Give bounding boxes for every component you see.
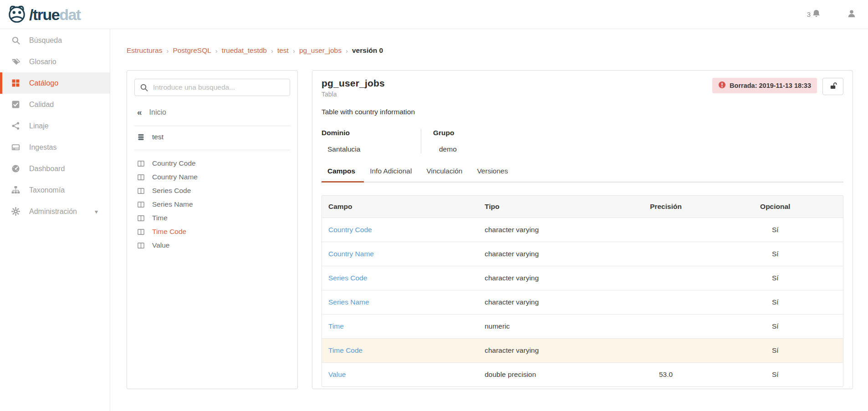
- gear-icon: [11, 207, 20, 216]
- field-type: character varying: [478, 338, 624, 362]
- parent-label: test: [152, 133, 163, 141]
- tab-versiones[interactable]: Versiones: [471, 167, 516, 183]
- confidentiality-toggle-button[interactable]: [822, 78, 843, 95]
- field-list: Country Code Country Name Series Code Se…: [134, 157, 290, 252]
- chevron-down-icon: ▾: [95, 208, 98, 215]
- breadcrumb-separator: ›: [271, 47, 273, 55]
- field-optional: Sí: [708, 338, 843, 362]
- field-item-country-code[interactable]: Country Code: [134, 157, 290, 170]
- sidebar-item-busqueda[interactable]: Búsqueda: [0, 30, 110, 51]
- meta-label: Grupo: [433, 129, 457, 137]
- field-label: Time: [152, 214, 168, 222]
- fields-table: Campo Tipo Precisión Opcional Country Co…: [322, 195, 843, 387]
- column-icon: [137, 160, 145, 167]
- field-item-time-code[interactable]: Time Code: [134, 225, 290, 238]
- field-item-series-name[interactable]: Series Name: [134, 198, 290, 211]
- column-icon: [137, 173, 145, 181]
- explorer-back-inicio[interactable]: « Inicio: [134, 108, 290, 117]
- status-badge-deleted: Borrada: 2019-11-13 18:33: [712, 78, 817, 93]
- side-nav: Búsqueda Glosario Catálogo Calidad Linaj: [0, 29, 110, 411]
- field-item-country-name[interactable]: Country Name: [134, 170, 290, 184]
- owl-logo-icon: [7, 3, 26, 26]
- column-icon: [137, 228, 145, 236]
- sidebar-item-label: Administración: [29, 208, 77, 216]
- exclamation-circle-icon: [718, 81, 726, 90]
- truedat-logo[interactable]: /truedat: [7, 3, 81, 26]
- field-item-value[interactable]: Value: [134, 238, 290, 252]
- field-link-value[interactable]: Value: [328, 370, 346, 378]
- table-row: Series Name character varying Sí: [322, 290, 843, 314]
- field-type: character varying: [478, 290, 624, 314]
- field-link-time[interactable]: Time: [328, 322, 344, 330]
- breadcrumb-link-truedat-testdb[interactable]: truedat_testdb: [222, 46, 267, 55]
- tab-vinculacion[interactable]: Vinculación: [420, 167, 471, 183]
- tags-icon: [11, 57, 20, 66]
- check-square-icon: [11, 100, 20, 109]
- breadcrumb-link-test[interactable]: test: [277, 46, 289, 55]
- search-icon: [140, 83, 148, 93]
- breadcrumb-separator: ›: [166, 47, 168, 55]
- field-link-time-code[interactable]: Time Code: [328, 346, 363, 354]
- structure-type-label: Tabla: [322, 91, 385, 98]
- field-item-time[interactable]: Time: [134, 211, 290, 225]
- sidebar-item-label: Taxonomía: [29, 186, 65, 194]
- divider: [134, 150, 290, 150]
- page-title: pg_user_jobs: [322, 78, 385, 89]
- breadcrumb: Estructuras › PostgreSQL › truedat_testd…: [127, 46, 383, 55]
- field-link-country-code[interactable]: Country Code: [328, 226, 372, 233]
- table-row: Value double precision 53.0 Sí: [322, 362, 843, 386]
- tab-campos[interactable]: Campos: [322, 167, 364, 183]
- field-label: Time Code: [152, 228, 186, 236]
- breadcrumb-separator: ›: [215, 47, 218, 55]
- sidebar-item-calidad[interactable]: Calidad: [0, 94, 110, 115]
- sidebar-item-linaje[interactable]: Linaje: [0, 115, 110, 137]
- meta-label: Dominio: [322, 129, 409, 137]
- sidebar-item-administracion[interactable]: Administración ▾: [0, 201, 110, 222]
- field-link-series-code[interactable]: Series Code: [328, 274, 367, 282]
- top-bar: /truedat 3: [0, 0, 868, 29]
- field-label: Series Code: [152, 187, 191, 195]
- sidebar-item-label: Ingestas: [29, 143, 56, 152]
- collapse-left-icon: «: [137, 108, 142, 117]
- table-row: Series Code character varying Sí: [322, 266, 843, 290]
- sidebar-item-dashboard[interactable]: Dashboard: [0, 158, 110, 179]
- logo-text: /truedat: [29, 7, 81, 22]
- grid-icon: [11, 79, 20, 88]
- sidebar-item-taxonomia[interactable]: Taxonomía: [0, 179, 110, 201]
- column-header-precision: Precisión: [624, 196, 708, 218]
- breadcrumb-separator: ›: [293, 47, 295, 55]
- gauge-icon: [11, 164, 20, 173]
- column-icon: [137, 242, 145, 249]
- sidebar-item-ingestas[interactable]: Ingestas: [0, 137, 110, 158]
- search-input[interactable]: [134, 79, 290, 96]
- sidebar-item-glosario[interactable]: Glosario: [0, 51, 110, 72]
- column-icon: [137, 201, 145, 208]
- breadcrumb-link-postgresql[interactable]: PostgreSQL: [173, 46, 211, 55]
- field-precision: [624, 218, 708, 242]
- field-optional: Sí: [708, 290, 843, 314]
- drive-icon: [11, 143, 20, 152]
- field-type: double precision: [478, 362, 624, 386]
- breadcrumb-link-pg-user-jobs[interactable]: pg_user_jobs: [299, 46, 342, 55]
- sidebar-item-catalogo[interactable]: Catálogo: [0, 72, 110, 94]
- sidebar-item-label: Catálogo: [29, 79, 58, 87]
- field-link-country-name[interactable]: Country Name: [328, 250, 374, 258]
- table-row: Time numeric Sí: [322, 314, 843, 338]
- structure-explorer-panel: « Inicio test Country Code Country Name …: [127, 70, 298, 389]
- explorer-parent-test[interactable]: test: [134, 126, 290, 148]
- column-icon: [137, 214, 145, 222]
- meta-value: Santalucia: [322, 145, 409, 153]
- table-row: Country Code character varying Sí: [322, 218, 843, 242]
- breadcrumb-link-estructuras[interactable]: Estructuras: [127, 46, 162, 55]
- user-menu-button[interactable]: [847, 9, 856, 20]
- detail-tabs: Campos Info Adicional Vinculación Versio…: [322, 167, 843, 183]
- meta-grupo: Grupo demo: [421, 129, 469, 153]
- meta-value: demo: [433, 145, 457, 153]
- field-item-series-code[interactable]: Series Code: [134, 184, 290, 198]
- sidebar-item-label: Glosario: [29, 58, 56, 66]
- notifications-button[interactable]: 3: [807, 9, 821, 20]
- tab-info-adicional[interactable]: Info Adicional: [364, 167, 420, 183]
- person-icon: [847, 9, 856, 20]
- explorer-search: [134, 79, 290, 96]
- field-link-series-name[interactable]: Series Name: [328, 298, 369, 306]
